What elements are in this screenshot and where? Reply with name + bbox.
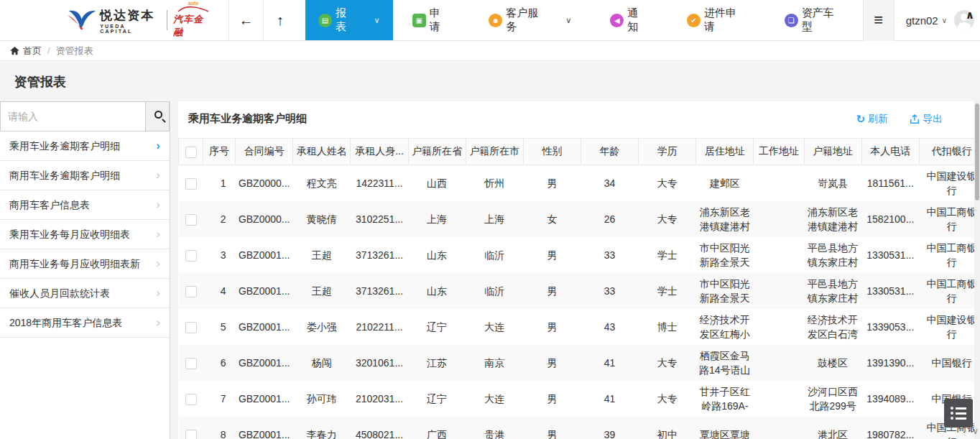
table-cell: 中国工商银行	[919, 237, 980, 273]
table-cell: 甘井子区红岭路169A-	[696, 381, 754, 417]
table-cell: 1422311...	[351, 165, 408, 201]
table-row: 4GBZ0001...王超3713261...山东临沂男33学士市中区阳光新路全…	[179, 273, 980, 309]
up-button[interactable]: ↑	[263, 0, 297, 40]
nav-tab-label: 申请	[430, 6, 450, 34]
scrollbar-thumb[interactable]	[975, 103, 979, 200]
row-checkbox[interactable]	[185, 358, 197, 369]
row-checkbox[interactable]	[185, 250, 197, 262]
table-cell: 岢岚县	[804, 165, 861, 201]
sidebar-item[interactable]: 2018年商用车客户信息表›	[0, 308, 170, 338]
table-cell: 初中	[639, 417, 696, 439]
nav-tab-资产车型[interactable]: ❏资产车型	[765, 0, 863, 40]
nav-tab-通知[interactable]: ◀通知	[591, 0, 667, 40]
chevron-right-icon: ›	[156, 161, 160, 190]
search-button[interactable]	[145, 101, 170, 131]
table-cell: 1582100...	[861, 201, 919, 237]
table-cell: 中国银行	[919, 345, 980, 381]
list-icon	[951, 405, 966, 422]
column-list-button[interactable]	[944, 399, 973, 428]
row-checkbox-cell	[179, 273, 203, 309]
sidebar-item[interactable]: 催收人员月回款统计表›	[0, 279, 170, 308]
search-icon	[154, 111, 162, 119]
scroll-down-chevron[interactable]: ∨	[972, 426, 979, 436]
table-cell: 34	[581, 165, 638, 201]
table-cell: 市中区阳光新路全景天	[696, 237, 754, 273]
chevron-right-icon: ›	[156, 220, 160, 249]
up-arrow-icon: ↑	[277, 12, 284, 29]
table-cell	[754, 417, 804, 439]
nav-tab-label: 进件申请	[704, 6, 746, 34]
back-arrow-icon: ←	[239, 12, 253, 29]
nav-tab-报表[interactable]: ▤报表∨	[305, 0, 393, 40]
table-cell: 3201061...	[351, 345, 408, 381]
table-cell: 南京	[466, 345, 523, 381]
column-header: 户籍所在市	[466, 139, 523, 165]
nav-tab-客户服务[interactable]: ☻客户服务∨	[469, 0, 591, 40]
select-all-checkbox[interactable]	[185, 147, 197, 158]
table-cell: 1339053...	[861, 309, 919, 345]
column-header: 性别	[523, 139, 581, 165]
report-panel: 乘用车业务逾期客户明细 ↻ 刷新 导出 序号合同编号承租人姓名承租人身...户籍…	[178, 101, 980, 439]
nav-tab-进件申请[interactable]: ✔进件申请	[667, 0, 765, 40]
user-menu[interactable]: gtzn02 ∨	[906, 14, 947, 27]
sidebar-item[interactable]: 乘用车业务逾期客户明细›	[0, 131, 170, 161]
table-row: 5GBZ0001...娄小强2102211...辽宁大连男43博士经济技术开发区…	[179, 309, 980, 345]
nav-tab-申请[interactable]: ▣申请	[393, 0, 470, 40]
column-header: 户籍地址	[804, 139, 861, 165]
vertical-scrollbar[interactable]	[974, 101, 980, 439]
sidebar-item[interactable]: 乘用车业务每月应收明细表›	[0, 220, 170, 249]
table-cell: 男	[523, 273, 581, 309]
table-cell: 大连	[466, 381, 523, 417]
collapse-navbar-button[interactable]: ∧	[966, 9, 974, 22]
export-button[interactable]: 导出	[910, 113, 943, 126]
back-button[interactable]: ←	[228, 0, 262, 40]
table-cell: 大专	[639, 345, 696, 381]
hamburger-menu-button[interactable]: ≡	[863, 0, 895, 41]
refresh-button[interactable]: ↻ 刷新	[856, 113, 888, 126]
sidebar-item[interactable]: 商用车业务每月应收明细表新›	[0, 249, 170, 279]
table-cell: 经济技术开发区白石湾	[804, 309, 861, 345]
nav-tab-label: 客户服务	[506, 6, 547, 34]
table-cell: GBZ0000...	[236, 201, 293, 237]
sidebar-item-label: 乘用车业务每月应收明细表	[9, 220, 130, 249]
table-cell: 男	[523, 381, 581, 417]
row-checkbox[interactable]	[185, 214, 197, 226]
table-cell: 学士	[639, 273, 696, 309]
chevron-down-icon: ∨	[374, 16, 380, 25]
column-header: 序号	[203, 139, 236, 165]
sidebar-item-label: 催收人员月回款统计表	[9, 279, 110, 308]
table-cell: 43	[581, 309, 638, 345]
table-cell: 1394089...	[861, 381, 919, 417]
row-checkbox-cell	[179, 165, 203, 201]
search-input[interactable]	[0, 101, 145, 131]
table-cell: 忻州	[466, 165, 523, 201]
table-cell: GBZ0001...	[236, 417, 293, 439]
row-checkbox-cell	[179, 201, 203, 237]
table-cell: 临沂	[466, 237, 523, 273]
table-body: 1GBZ0000...程文亮1422311...山西忻州男34大专建邺区岢岚县1…	[179, 165, 980, 439]
row-checkbox[interactable]	[185, 430, 197, 439]
table-cell: 栖霞区金马路14号语山	[696, 345, 754, 381]
chevron-right-icon: ›	[156, 190, 160, 219]
table-cell: 平邑县地方镇东家庄村	[804, 237, 861, 273]
table-cell	[754, 381, 804, 417]
table-cell: 3	[203, 237, 236, 273]
row-checkbox[interactable]	[185, 178, 197, 190]
table-cell: 2	[203, 201, 236, 237]
breadcrumb-home-link[interactable]: 首页	[10, 45, 42, 57]
table-cell: GBZ0001...	[236, 273, 293, 309]
sidebar-items: 乘用车业务逾期客户明细›商用车业务逾期客户明细›商用车客户信息表›乘用车业务每月…	[0, 131, 170, 338]
table-cell: 浦东新区老港镇建港村	[696, 201, 754, 237]
row-checkbox[interactable]	[185, 286, 197, 297]
refresh-icon: ↻	[856, 113, 865, 126]
row-checkbox[interactable]	[185, 394, 197, 405]
table-cell: 4508021...	[351, 417, 408, 439]
table-cell: 辽宁	[408, 381, 466, 417]
sidebar-item[interactable]: 商用车客户信息表›	[0, 190, 170, 220]
sidebar-item[interactable]: 商用车业务逾期客户明细›	[0, 161, 170, 190]
nav-tabs: ▤报表∨▣申请☻客户服务∨◀通知✔进件申请❏资产车型	[305, 0, 863, 40]
table-cell: 上海	[408, 201, 466, 237]
table-cell: 8	[203, 417, 236, 439]
row-checkbox[interactable]	[185, 322, 197, 333]
notice-icon: ◀	[610, 14, 624, 27]
